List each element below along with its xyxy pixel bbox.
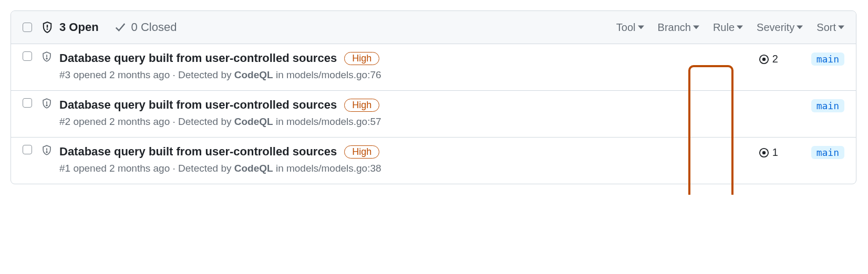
- caret-down-icon: [838, 24, 844, 30]
- filter-severity[interactable]: Severity: [757, 22, 803, 34]
- svg-point-7: [46, 152, 47, 153]
- row-checkbox[interactable]: [23, 51, 32, 61]
- alert-meta: #3 opened 2 months ago · Detected by Cod…: [59, 69, 759, 81]
- issue-open-icon: [759, 54, 769, 65]
- severity-badge: High: [344, 52, 379, 65]
- filter-branch[interactable]: Branch: [658, 22, 699, 34]
- alert-title[interactable]: Database query built from user-controlle…: [59, 98, 337, 112]
- open-count-label[interactable]: 3 Open: [59, 20, 99, 34]
- branch-chip[interactable]: main: [811, 99, 844, 112]
- linked-issues[interactable]: 2: [759, 53, 781, 65]
- closed-tab[interactable]: 0 Closed: [115, 20, 177, 34]
- select-all-checkbox[interactable]: [23, 23, 32, 32]
- caret-down-icon: [638, 24, 644, 30]
- row-checkbox[interactable]: [23, 145, 32, 154]
- check-icon: [115, 22, 126, 33]
- alert-row: Database query built from user-controlle…: [11, 91, 856, 138]
- alert-main: Database query built from user-controlle…: [59, 145, 759, 174]
- alert-title[interactable]: Database query built from user-controlle…: [59, 51, 337, 65]
- caret-down-icon: [797, 24, 803, 30]
- shield-exclaim-icon: [42, 145, 52, 155]
- severity-badge: High: [344, 99, 379, 112]
- branch-chip[interactable]: main: [811, 52, 844, 66]
- caret-down-icon: [693, 24, 699, 30]
- branch-chip[interactable]: main: [811, 146, 844, 159]
- closed-count-label: 0 Closed: [131, 20, 177, 34]
- svg-point-9: [762, 151, 765, 154]
- issue-open-icon: [759, 147, 769, 158]
- alerts-panel: 3 Open 0 Closed Tool Branch Rule: [11, 10, 856, 184]
- svg-point-1: [46, 58, 47, 59]
- alert-main: Database query built from user-controlle…: [59, 98, 759, 128]
- filter-rule[interactable]: Rule: [713, 22, 743, 34]
- alerts-panel-container: 3 Open 0 Closed Tool Branch Rule: [11, 10, 857, 184]
- alert-meta: #1 opened 2 months ago · Detected by Cod…: [59, 163, 759, 174]
- severity-badge: High: [344, 145, 379, 159]
- alert-title[interactable]: Database query built from user-controlle…: [59, 145, 337, 159]
- shield-exclaim-icon: [42, 22, 53, 33]
- shield-exclaim-icon: [42, 51, 52, 62]
- alert-row: Database query built from user-controlle…: [11, 138, 856, 184]
- panel-header: 3 Open 0 Closed Tool Branch Rule: [11, 11, 856, 44]
- svg-point-5: [46, 105, 47, 106]
- filter-bar: Tool Branch Rule Severity Sort: [616, 22, 844, 34]
- linked-issues[interactable]: 1: [759, 146, 781, 159]
- filter-tool[interactable]: Tool: [616, 22, 644, 34]
- caret-down-icon: [737, 24, 743, 30]
- alert-main: Database query built from user-controlle…: [59, 51, 759, 81]
- shield-exclaim-icon: [42, 98, 52, 109]
- filter-sort[interactable]: Sort: [817, 22, 844, 34]
- row-checkbox[interactable]: [23, 98, 32, 108]
- svg-point-3: [762, 58, 765, 60]
- alert-meta: #2 opened 2 months ago · Detected by Cod…: [59, 116, 759, 128]
- alert-row: Database query built from user-controlle…: [11, 44, 856, 91]
